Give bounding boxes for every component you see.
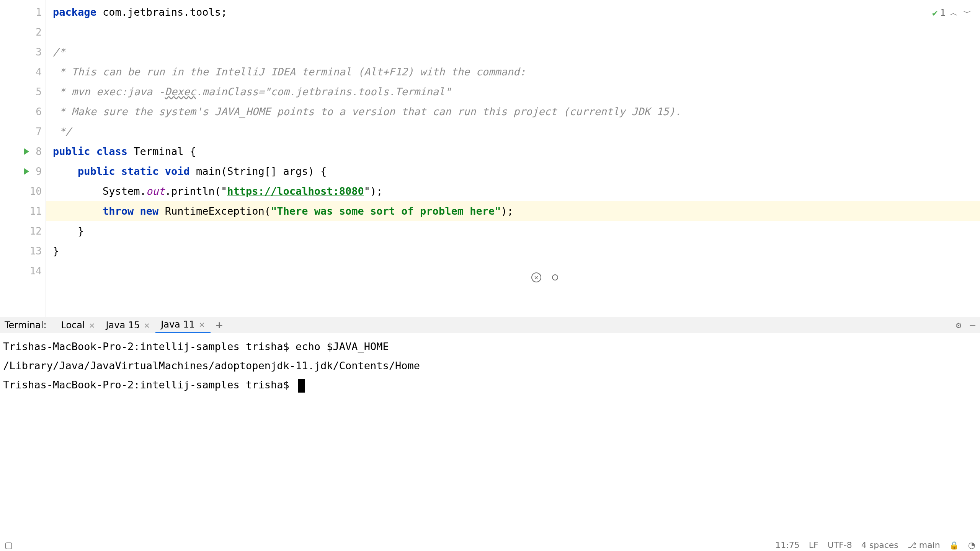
terminal-tab-local[interactable]: Local ×	[56, 318, 101, 333]
close-icon[interactable]: ×	[89, 321, 95, 330]
inspection-widget[interactable]: ✔ 1 ︿ ﹀	[932, 3, 973, 23]
line-number: 9	[36, 166, 42, 177]
add-terminal-tab-button[interactable]: +	[211, 318, 228, 332]
line-number: 11	[30, 205, 42, 217]
line-number: 12	[30, 225, 42, 237]
editor-area: 1 2 3 4 5 6 7 8 9 10 11 12 13 14 package…	[0, 0, 980, 317]
close-icon[interactable]: ×	[144, 321, 150, 330]
line-number: 6	[36, 106, 42, 117]
line-number: 5	[36, 86, 42, 98]
url-link[interactable]: https://localhost:8080	[227, 185, 364, 197]
line-number: 1	[36, 7, 42, 18]
close-icon[interactable]: ×	[199, 320, 205, 329]
terminal-line: /Library/Java/JavaVirtualMachines/adopto…	[3, 356, 977, 375]
terminal-content[interactable]: Trishas-MacBook-Pro-2:intellij-samples t…	[0, 333, 980, 539]
encoding[interactable]: UTF-8	[828, 540, 852, 550]
minimize-icon[interactable]: —	[970, 320, 975, 331]
floating-controls: ✕	[531, 272, 558, 282]
line-number: 8	[36, 146, 42, 157]
terminal-line: Trishas-MacBook-Pro-2:intellij-samples t…	[3, 337, 977, 356]
code-editor[interactable]: package com.jetbrains.tools; /* * This c…	[46, 0, 980, 317]
terminal-cursor	[298, 379, 305, 393]
terminal-tab-java11[interactable]: Java 11 ×	[155, 317, 211, 333]
circle-icon[interactable]	[552, 274, 558, 280]
close-circle-icon[interactable]: ✕	[531, 272, 541, 282]
goto-icon[interactable]: ◔	[968, 540, 975, 550]
terminal-header: Terminal: Local × Java 15 × Java 11 × + …	[0, 317, 980, 333]
run-gutter-icon[interactable]	[24, 148, 29, 155]
cursor-position[interactable]: 11:75	[775, 540, 799, 550]
terminal-panel: Terminal: Local × Java 15 × Java 11 × + …	[0, 317, 980, 539]
status-bar: ▢ 11:75 LF UTF-8 4 spaces ⎇ main 🔒 ◔	[0, 539, 980, 551]
line-ending[interactable]: LF	[809, 540, 818, 550]
line-number: 2	[36, 26, 42, 38]
line-number: 4	[36, 66, 42, 78]
terminal-tab-java15[interactable]: Java 15 ×	[100, 318, 155, 333]
line-number: 3	[36, 46, 42, 58]
indent-setting[interactable]: 4 spaces	[861, 540, 898, 550]
inspection-next-icon[interactable]: ﹀	[962, 3, 973, 23]
run-gutter-icon[interactable]	[24, 168, 29, 175]
line-number: 10	[30, 186, 42, 197]
terminal-label: Terminal:	[5, 320, 47, 331]
line-number: 14	[30, 265, 42, 277]
line-number: 13	[30, 245, 42, 257]
gear-icon[interactable]: ⚙	[956, 320, 961, 331]
lock-icon[interactable]: 🔒	[949, 541, 959, 550]
check-icon: ✔	[932, 3, 938, 23]
line-number: 7	[36, 126, 42, 137]
branch-icon: ⎇	[908, 541, 916, 550]
gutter: 1 2 3 4 5 6 7 8 9 10 11 12 13 14	[0, 0, 46, 317]
git-branch[interactable]: ⎇ main	[908, 540, 940, 550]
tool-window-icon[interactable]: ▢	[5, 540, 13, 550]
inspection-count: 1	[940, 3, 946, 23]
inspection-prev-icon[interactable]: ︿	[948, 3, 959, 23]
terminal-line: Trishas-MacBook-Pro-2:intellij-samples t…	[3, 375, 977, 395]
